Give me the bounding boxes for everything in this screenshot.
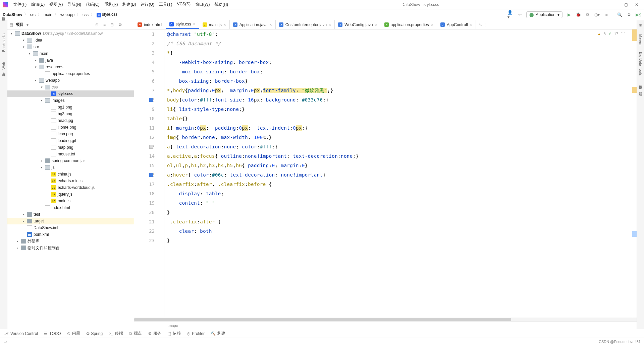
code-line[interactable]: /* CSS Document */ <box>167 39 632 48</box>
menu-1[interactable]: 编辑(E) <box>29 1 47 8</box>
tree-item-main[interactable]: ▾main <box>7 50 134 57</box>
editor-breadcrumb[interactable]: .mapc <box>168 324 178 328</box>
code-line[interactable]: -moz-box-sizing: border-box; <box>167 67 632 76</box>
tree-item-map.png[interactable]: map.png <box>7 144 134 151</box>
tabs-overflow[interactable]: ⤡ ⋮ <box>476 20 490 29</box>
tree-item-main.js[interactable]: JSmain.js <box>7 198 134 204</box>
run-anything-icon[interactable]: ▶⎘ <box>635 12 641 18</box>
menu-9[interactable]: VCS(S) <box>175 1 193 8</box>
breadcrumb-5[interactable]: cstyle.css <box>97 12 117 17</box>
collapse-all-icon[interactable]: ⊟ <box>109 22 115 27</box>
line-number[interactable]: 5 <box>134 67 155 76</box>
tree-item-index.html[interactable]: index.html <box>7 204 134 211</box>
tab-CustomInterceptor.java[interactable]: JCustomInterceptor.java× <box>276 20 335 29</box>
tree-twistie[interactable]: ▾ <box>9 32 13 35</box>
code-line[interactable]: -webkit-box-sizing: border-box; <box>167 58 632 67</box>
menu-4[interactable]: 代码(C) <box>84 1 102 8</box>
line-number[interactable]: 19 <box>134 198 155 208</box>
tree-twistie[interactable]: ▾ <box>34 79 38 82</box>
left-rail-bookmarks[interactable]: Bookmarks <box>2 33 6 52</box>
expand-all-icon[interactable]: ≡ <box>102 22 107 27</box>
tree-twistie[interactable]: ▾ <box>21 45 25 49</box>
tree-twistie[interactable]: ▾ <box>28 52 32 55</box>
line-number[interactable]: 21 <box>134 217 155 226</box>
code-line[interactable]: display: table; <box>167 189 632 198</box>
tree-item-Home.png[interactable]: Home.png <box>7 124 134 131</box>
code-line[interactable]: ol,ul,p,h1,h2,h3,h4,h5,h6{ padding:0; ma… <box>167 161 632 170</box>
line-number[interactable]: 9 <box>134 105 155 114</box>
tree-item-china.js[interactable]: JSchina.js <box>7 171 134 178</box>
horizontal-scrollbar[interactable] <box>134 318 637 322</box>
tree-item-java[interactable]: ▸java <box>7 57 134 64</box>
project-root[interactable]: ▾DataShowD:\rtsy\bysj\7738-code\DataShow <box>7 30 134 37</box>
code-line[interactable]: a:hover{ color:#06c; text-decoration: no… <box>167 170 632 180</box>
tree-item-外部库[interactable]: ▸外部库 <box>7 238 134 245</box>
tab-close-icon[interactable]: × <box>375 22 377 27</box>
code-line[interactable]: li{ list-style-type:none;} <box>167 105 632 114</box>
tree-item-spring-common.jar[interactable]: ▸spring-common.jar <box>7 157 134 164</box>
code-line[interactable]: .clearfix:after, .clearfix:before { <box>167 180 632 189</box>
code-line[interactable]: i{ margin:0px; padding:0px; text-indent:… <box>167 123 632 133</box>
code-line[interactable]: body{color:#fff;font-size: 16px; backgro… <box>167 95 632 105</box>
code-line[interactable]: } <box>167 236 632 245</box>
tree-item-bg1.png[interactable]: bg1.png <box>7 104 134 111</box>
tab-close-icon[interactable]: × <box>470 22 472 27</box>
tool-终端[interactable]: >_终端 <box>109 331 123 336</box>
gutter-mark[interactable] <box>149 98 153 102</box>
line-number[interactable]: 3 <box>134 48 155 58</box>
tool-端点[interactable]: ⧉端点 <box>129 331 142 336</box>
breadcrumb-2[interactable]: main <box>44 12 52 17</box>
tab-Application.java[interactable]: JApplication.java× <box>230 20 276 29</box>
line-number[interactable]: 7 <box>134 86 155 95</box>
project-view-dropdown[interactable]: ▾ <box>26 22 29 27</box>
gutter-mark[interactable] <box>149 173 153 177</box>
menu-3[interactable]: 导航(N) <box>65 1 83 8</box>
minimize-button[interactable]: — <box>610 1 620 8</box>
tree-item-jquery.js[interactable]: JSjquery.js <box>7 191 134 198</box>
code-line[interactable]: content: " " <box>167 198 632 208</box>
tree-item-target[interactable]: ▸target <box>7 218 134 224</box>
tree-item-css[interactable]: ▾css <box>7 84 134 90</box>
tab-WebConfig.java[interactable]: JWebConfig.java× <box>335 20 381 29</box>
tree-twistie[interactable]: ▾ <box>40 99 44 102</box>
tree-item-src[interactable]: ▾src <box>7 44 134 50</box>
line-number[interactable]: 1 <box>134 29 155 39</box>
line-number[interactable]: 14 <box>134 151 155 161</box>
tree-item-echarts.min.js[interactable]: JSecharts.min.js <box>7 178 134 184</box>
code-line[interactable]: .clearfix:after { <box>167 217 632 226</box>
stop-button[interactable]: ■ <box>603 12 609 18</box>
code-line[interactable]: *{ <box>167 48 632 58</box>
close-button[interactable]: ✕ <box>632 1 641 8</box>
code-line[interactable]: box-sizing: border-box} <box>167 76 632 86</box>
tool-Version Control[interactable]: ⎇Version Control <box>4 331 38 336</box>
tab-close-icon[interactable]: × <box>224 22 226 27</box>
tool-问题[interactable]: ⊘问题 <box>67 331 80 336</box>
line-number[interactable]: 13 <box>134 142 155 151</box>
user-icon[interactable]: 👤▾ <box>507 12 514 18</box>
line-number[interactable]: 18 <box>134 189 155 198</box>
tree-item-images[interactable]: ▾images <box>7 97 134 104</box>
menu-5[interactable]: 重构(R) <box>102 1 120 8</box>
tree-item-bg3.png[interactable]: bg3.png <box>7 111 134 117</box>
tree-twistie[interactable]: ▸ <box>21 219 25 223</box>
tab-close-icon[interactable]: × <box>431 22 433 27</box>
tree-item-icon.png[interactable]: icon.png <box>7 131 134 137</box>
tree-twistie[interactable]: ▸ <box>40 159 44 162</box>
tree-item-临时文件和控制台[interactable]: ▸临时文件和控制台 <box>7 245 134 251</box>
coverage-button[interactable]: ⧉ <box>585 12 591 18</box>
line-number[interactable]: 10 <box>134 114 155 123</box>
code-line[interactable]: a{ text-decoration:none; color:#fff;} <box>167 142 632 151</box>
line-number[interactable]: 8 <box>134 95 155 105</box>
tree-twistie[interactable]: ▸ <box>34 59 38 62</box>
tool-TODO[interactable]: ☰TODO <box>44 331 61 336</box>
tab-application.properties[interactable]: Papplication.properties× <box>381 20 437 29</box>
tree-item-resources[interactable]: ▾resources <box>7 64 134 70</box>
line-number[interactable]: 11 <box>134 123 155 133</box>
tree-item-loading.gif[interactable]: loading.gif <box>7 137 134 144</box>
tool-Profiler[interactable]: ◷Profiler <box>187 331 205 336</box>
menu-6[interactable]: 构建(B) <box>120 1 138 8</box>
tool-依赖[interactable]: ⬚依赖 <box>167 331 181 336</box>
tree-twistie[interactable]: ▾ <box>40 85 44 89</box>
line-number[interactable]: 4 <box>134 58 155 67</box>
tree-twistie[interactable]: ▸ <box>15 246 19 250</box>
